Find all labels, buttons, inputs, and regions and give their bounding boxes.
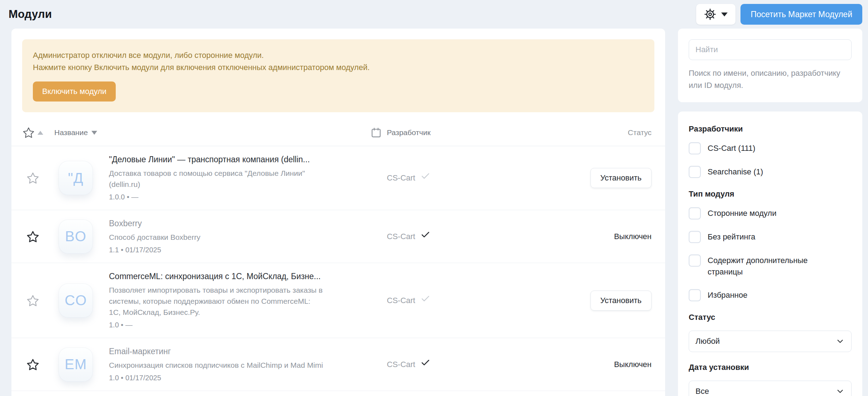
module-title: Email-маркетинг <box>109 347 387 356</box>
check-icon <box>420 171 430 181</box>
status-select[interactable]: Любой <box>689 331 852 352</box>
modules-panel: Администратор отключил все модули, либо … <box>11 29 665 396</box>
favorite-star-icon[interactable] <box>11 358 54 371</box>
search-card: Поиск по имени, описанию, разработчику и… <box>678 29 862 102</box>
filter-type-third-party[interactable]: Сторонние модули <box>689 207 852 219</box>
visit-addon-market-button[interactable]: Посетить Маркет Модулей <box>740 4 862 25</box>
module-description: Доставка товаров с помощью сервиса "Дело… <box>109 168 323 190</box>
favorite-star-icon[interactable] <box>11 230 54 243</box>
checkbox-icon[interactable] <box>689 142 701 154</box>
calendar-icon[interactable] <box>370 127 382 138</box>
chevron-down-icon <box>721 13 728 16</box>
topbar-actions: Посетить Маркет Модулей <box>696 4 862 25</box>
topbar: Модули Посетить Маркет Модулей <box>0 0 868 29</box>
module-row: "Д "Деловые Линии" — транспортная компан… <box>11 146 665 210</box>
filter-developer-cscart[interactable]: CS-Cart (111) <box>689 142 852 154</box>
page-title: Модули <box>9 8 52 21</box>
module-developer: CS-Cart <box>387 232 415 241</box>
enable-modules-button[interactable]: Включить модули <box>33 81 116 102</box>
module-version: 1.0 • — <box>109 321 387 329</box>
module-title: CommerceML: синхронизация с 1С, МойСклад… <box>109 272 387 281</box>
name-header-label: Название <box>54 128 88 137</box>
checkbox-label: Избранное <box>708 289 748 301</box>
module-avatar: CO <box>59 283 93 318</box>
filter-title-status: Статус <box>689 313 852 322</box>
status-badge: Выключен <box>614 360 652 369</box>
search-hint: Поиск по имени, описанию, разработчику и… <box>689 67 852 91</box>
admin-warning-banner: Администратор отключил все модули, либо … <box>22 39 654 112</box>
check-icon <box>420 294 430 304</box>
checkbox-label: Сторонние модули <box>708 207 777 219</box>
checkbox-icon[interactable] <box>689 166 701 178</box>
checkbox-label: Без рейтинга <box>708 231 755 243</box>
favorite-star-icon[interactable] <box>11 172 54 184</box>
install-date-select-value: Все <box>695 387 709 396</box>
sort-desc-icon <box>91 131 97 135</box>
table-header: Название Разработчик Статус <box>11 119 665 146</box>
module-description: Способ доставки Boxberry <box>109 232 323 243</box>
checkbox-icon[interactable] <box>689 207 701 219</box>
favorite-star-icon[interactable] <box>11 294 54 307</box>
filter-title-developers: Разработчики <box>689 124 852 134</box>
checkbox-label: Searchanise (1) <box>708 166 763 178</box>
filter-title-module-type: Тип модуля <box>689 189 852 199</box>
module-row: BO Boxberry Способ доставки Boxberry 1.1… <box>11 210 665 263</box>
module-version: 1.1 • 01/17/2025 <box>109 246 387 254</box>
module-description: Позволяет импортировать товары и экспорт… <box>109 284 323 318</box>
status-select-value: Любой <box>695 337 720 346</box>
module-avatar: "Д <box>59 161 93 195</box>
check-icon <box>420 230 430 240</box>
filter-type-favorites[interactable]: Избранное <box>689 289 852 301</box>
filter-developer-searchanise[interactable]: Searchanise (1) <box>689 166 852 178</box>
checkbox-label: CS-Cart (111) <box>708 142 755 154</box>
module-version: 1.0.0 • — <box>109 193 387 201</box>
filter-type-has-pages[interactable]: Содержит дополнительные страницы <box>689 254 852 278</box>
install-button[interactable]: Установить <box>590 168 652 188</box>
column-header-name[interactable]: Название <box>54 127 387 138</box>
module-title: Boxberry <box>109 219 387 228</box>
module-avatar: BO <box>59 219 93 254</box>
warning-line-1: Администратор отключил все модули, либо … <box>33 49 644 61</box>
install-button[interactable]: Установить <box>590 291 652 311</box>
module-developer: CS-Cart <box>387 360 415 369</box>
checkbox-icon[interactable] <box>689 254 701 267</box>
module-version: 1.0 • 01/17/2025 <box>109 374 387 382</box>
filter-title-install-date: Дата установки <box>689 363 852 372</box>
chevron-down-icon <box>835 337 845 346</box>
status-badge: Выключен <box>614 232 652 241</box>
column-header-status: Статус <box>494 128 652 137</box>
sidebar: Поиск по имени, описанию, разработчику и… <box>678 29 862 396</box>
module-row: CO CommerceML: синхронизация с 1С, МойСк… <box>11 263 665 338</box>
checkbox-label: Содержит дополнительные страницы <box>708 254 825 278</box>
checkbox-icon[interactable] <box>689 289 701 301</box>
checkbox-icon[interactable] <box>689 231 701 243</box>
module-title: "Деловые Линии" — транспортная компания … <box>109 155 387 164</box>
sort-asc-icon <box>38 131 43 135</box>
module-row: EM Email-маркетинг Синхронизация списков… <box>11 338 665 391</box>
module-description: Синхронизация списков подписчиков с Mail… <box>109 360 323 371</box>
filter-type-no-rating[interactable]: Без рейтинга <box>689 231 852 243</box>
sort-by-favorite[interactable] <box>11 127 54 139</box>
warning-line-2: Нажмите кнопку Включить модули для включ… <box>33 61 644 74</box>
column-header-developer: Разработчик <box>387 128 494 137</box>
module-developer: CS-Cart <box>387 296 415 305</box>
gear-icon <box>704 8 716 20</box>
filters-card: Разработчики CS-Cart (111) Searchanise (… <box>678 112 862 396</box>
install-date-select[interactable]: Все <box>689 381 852 396</box>
settings-dropdown-button[interactable] <box>696 4 735 25</box>
search-input[interactable] <box>689 39 852 60</box>
module-avatar: EM <box>59 347 93 382</box>
check-icon <box>420 358 430 368</box>
module-row: GO Google Analytics <box>11 391 665 396</box>
chevron-down-icon <box>835 387 845 396</box>
star-icon <box>23 127 35 139</box>
module-developer: CS-Cart <box>387 173 415 183</box>
